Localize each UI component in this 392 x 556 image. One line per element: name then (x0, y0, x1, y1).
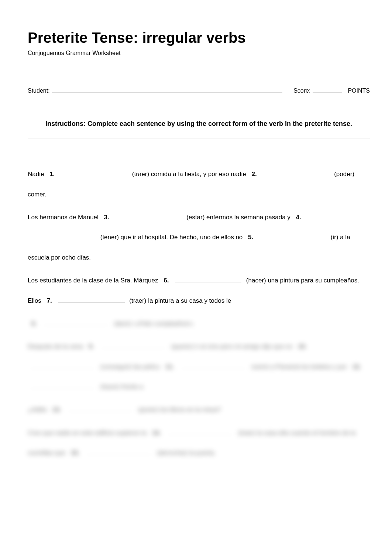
sentence-3: Los estudiantes de la clase de la Sra. M… (28, 271, 370, 311)
answer-blank-10 (29, 363, 96, 369)
student-blank-line[interactable] (52, 86, 283, 93)
question-number: 2. (252, 171, 257, 178)
question-number: 7. (47, 297, 52, 304)
text-fragment: (tener) que ir al hospital. De hecho, un… (100, 234, 243, 241)
answer-blank-11 (180, 363, 247, 369)
answer-blank-14 (167, 429, 233, 435)
question-number: 15. (71, 449, 80, 456)
text-fragment: (traer) comida a la fiesta, y por eso na… (132, 171, 246, 178)
text-fragment: (traer) la pintura a su casa y todos le (129, 297, 231, 304)
points-label: POINTS (348, 87, 370, 94)
text-fragment: (conseguir) las pelícu (100, 363, 160, 370)
sentence-5: ¿Aditis 13. (poner) los libros en la mes… (28, 400, 370, 420)
student-label: Student: (28, 87, 50, 94)
question-number: 1. (49, 171, 55, 178)
answer-blank-8 (43, 319, 109, 326)
text-fragment: (derrochar) la puerta. (157, 449, 216, 456)
answer-blank-2[interactable] (263, 170, 329, 176)
question-number: 12. (353, 363, 361, 370)
score-label: Score: (293, 87, 310, 94)
sentence-3-cont: 8. (decir) «¡Feliz cumpleaños!». (28, 314, 370, 334)
question-number: 10. (298, 343, 307, 350)
text-fragment: Los estudiantes de la clase de la Sra. M… (28, 277, 158, 284)
text-fragment: los boletos y por (301, 363, 347, 370)
page-subtitle: Conjuguemos Grammar Worksheet (28, 50, 370, 56)
worksheet-content: Nadie 1. (traer) comida a la fiesta, y p… (28, 164, 370, 463)
answer-blank-12 (29, 382, 96, 389)
meta-row: Student: Score: POINTS (28, 86, 370, 94)
text-fragment: (venir) a Panamá (251, 363, 299, 370)
answer-blank-15 (86, 449, 152, 455)
instructions-text: Instructions: Complete each sentence by … (45, 120, 352, 127)
question-number: 13. (52, 406, 61, 413)
sentence-1: Nadie 1. (traer) comida a la fiesta, y p… (28, 164, 370, 205)
text-fragment: (hacer) frente a (100, 383, 143, 390)
answer-blank-6[interactable] (175, 276, 241, 282)
question-number: 11. (165, 363, 174, 370)
answer-blank-9 (100, 342, 166, 349)
text-fragment: (querer) ir al cine pero mi amigo dijo q… (171, 343, 293, 350)
text-fragment: (hacer) una pintura para su (246, 277, 322, 284)
answer-blank-1[interactable] (61, 170, 127, 176)
page-title: Preterite Tense: irregular verbs (28, 30, 370, 46)
question-number: 8. (31, 320, 37, 327)
text-fragment: Los hermanos de Manuel (28, 214, 99, 221)
answer-blank-5[interactable] (259, 233, 326, 239)
text-fragment: (poner) los libros en la mesa? (138, 406, 221, 413)
answer-blank-3[interactable] (116, 213, 182, 219)
question-number: 14. (152, 429, 161, 436)
text-fragment: Creo que nadie en este edificio supieron… (28, 429, 147, 436)
question-number: 3. (104, 214, 109, 221)
question-number: 9. (89, 343, 94, 350)
answer-blank-13 (67, 405, 134, 412)
text-fragment: (decir) «¡Feliz cumpleaños!». (114, 320, 195, 327)
question-number: 4. (296, 214, 301, 221)
text-fragment: Después de la cena (28, 343, 83, 350)
text-fragment: (traer) la casa ella cuando el (238, 429, 317, 436)
text-fragment: ¿Aditis (28, 406, 47, 413)
sentence-6: Creo que nadie en este edificio supieron… (28, 423, 370, 463)
question-number: 6. (164, 277, 169, 284)
sentence-2: Los hermanos de Manuel 3. (estar) enferm… (28, 207, 370, 268)
answer-blank-7[interactable] (58, 296, 125, 303)
question-number: 5. (248, 234, 253, 241)
score-blank-line[interactable] (313, 86, 342, 93)
instructions-box: Instructions: Complete each sentence by … (28, 109, 370, 139)
text-fragment: Nadie (28, 171, 44, 178)
answer-blank-4[interactable] (29, 233, 96, 239)
sentence-4: Después de la cena 9. (querer) ir al cin… (28, 337, 370, 397)
text-fragment: (estar) enfermos la semana pasada y (186, 214, 290, 221)
blurred-preview-area: 8. (decir) «¡Feliz cumpleaños!». Después… (28, 314, 370, 463)
